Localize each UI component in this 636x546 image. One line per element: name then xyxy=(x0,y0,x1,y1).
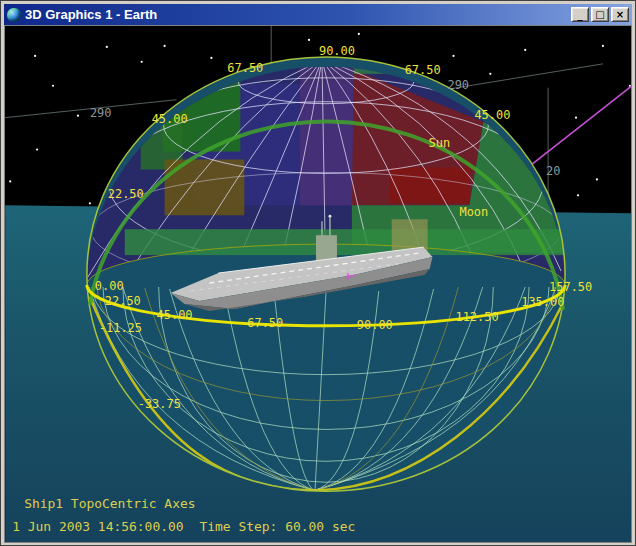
scene-label--33-75: -33.75 xyxy=(138,397,181,411)
star xyxy=(141,61,143,63)
window-controls: _□× xyxy=(571,7,629,22)
scene-label-67-50: 67.50 xyxy=(405,63,441,77)
star xyxy=(164,45,166,47)
scene-label-290: 290 xyxy=(448,78,470,92)
ship-stern-region xyxy=(392,219,428,251)
star xyxy=(210,57,212,59)
scene-label-135-00: 135.00 xyxy=(521,295,564,309)
star xyxy=(34,55,36,57)
star xyxy=(452,55,454,57)
star xyxy=(308,39,310,41)
3d-graphics-viewport[interactable]: 90.0067.5067.5045.0045.0022.50SunMoon0.0… xyxy=(4,25,632,543)
app-window: 3D Graphics 1 - Earth _□× xyxy=(0,0,636,546)
scene-label-157-50: 157.50 xyxy=(549,280,592,294)
star xyxy=(89,202,91,204)
scene-label-290: 290 xyxy=(90,106,112,120)
star xyxy=(77,115,79,117)
scene-label-22-50: 22.50 xyxy=(108,187,144,201)
scene-label-45-00: 45.00 xyxy=(474,108,510,122)
scene-label-67-50: 67.50 xyxy=(247,316,283,330)
scene-label-sun: Sun xyxy=(429,136,451,150)
close-button[interactable]: × xyxy=(611,7,629,22)
axes-reference-label: Ship1 TopoCentric Axes xyxy=(24,496,195,511)
scene-label-90-00: 90.00 xyxy=(319,44,355,58)
star xyxy=(577,194,579,196)
scene-label-45-00: 45.00 xyxy=(152,112,188,126)
scene-label-moon: Moon xyxy=(459,205,488,219)
scene-label-20: 20 xyxy=(546,164,560,178)
earth-3d-scene: 90.0067.5067.5045.0045.0022.50SunMoon0.0… xyxy=(5,26,632,543)
window-title: 3D Graphics 1 - Earth xyxy=(25,7,567,22)
scene-label-90-00: 90.00 xyxy=(357,318,393,332)
star xyxy=(596,178,598,180)
mast-light xyxy=(328,215,331,218)
star xyxy=(36,148,38,150)
maximize-button[interactable]: □ xyxy=(591,7,609,22)
scene-label-112-50: 112.50 xyxy=(455,310,498,324)
star xyxy=(575,117,577,119)
scene-label-0-00: 0.00 xyxy=(95,279,124,293)
time-step-label: Time Step: 60.00 sec xyxy=(199,519,355,534)
star xyxy=(524,49,526,51)
minimize-button[interactable]: _ xyxy=(571,7,589,22)
star xyxy=(358,33,360,35)
scene-label-22-50: 22.50 xyxy=(105,294,141,308)
animation-timestamp: 1 Jun 2003 14:56:00.00 xyxy=(12,519,183,534)
scene-label--11-25: -11.25 xyxy=(99,321,142,335)
star xyxy=(9,180,11,182)
scene-label-67-50: 67.50 xyxy=(227,61,263,75)
earth-globe-icon xyxy=(7,8,21,22)
titlebar[interactable]: 3D Graphics 1 - Earth _□× xyxy=(4,4,632,25)
scene-label-45-00: 45.00 xyxy=(157,308,193,322)
star xyxy=(106,46,108,48)
star xyxy=(489,73,491,75)
star xyxy=(602,45,604,47)
star xyxy=(52,85,54,87)
